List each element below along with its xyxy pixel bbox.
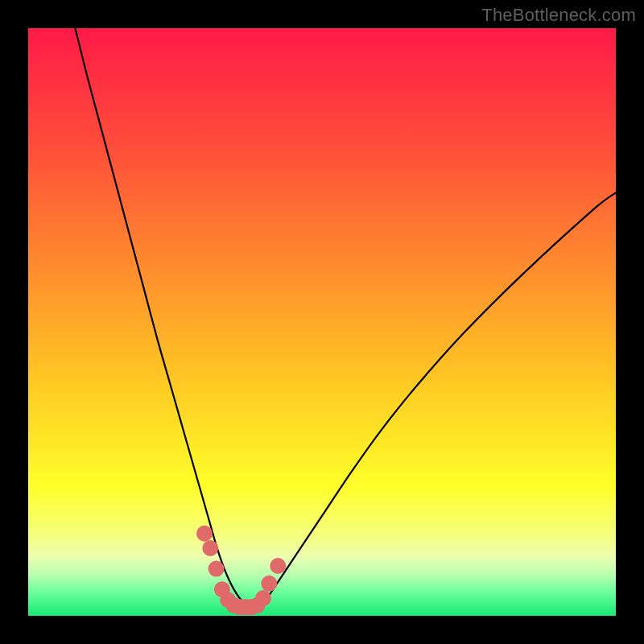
highlight-marker — [196, 526, 213, 542]
highlight-marker — [202, 540, 218, 556]
highlight-marker — [208, 561, 225, 577]
chart-frame: TheBottleneck.com — [0, 0, 644, 644]
chart-svg — [28, 28, 616, 616]
watermark-text: TheBottleneck.com — [481, 5, 636, 26]
highlight-marker — [270, 558, 286, 574]
highlight-marker — [255, 590, 271, 606]
gradient-background — [28, 28, 616, 616]
highlight-marker — [261, 576, 277, 592]
plot-area — [28, 28, 616, 616]
